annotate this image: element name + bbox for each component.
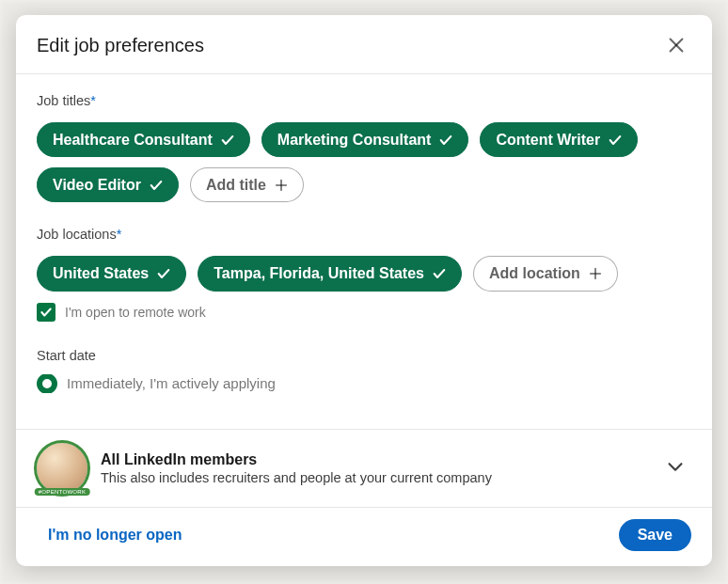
job-location-chip[interactable]: Tampa, Florida, United States	[198, 256, 462, 291]
close-button[interactable]	[661, 30, 691, 60]
visibility-subtitle: This also includes recruiters and people…	[101, 470, 646, 485]
plus-icon	[588, 266, 603, 281]
plus-icon	[274, 178, 289, 193]
remote-work-row: I'm open to remote work	[37, 303, 691, 322]
chip-label: Healthcare Consultant	[53, 131, 213, 149]
chip-label: Add title	[206, 176, 266, 194]
visibility-title: All LinkedIn members	[101, 451, 646, 468]
modal-body: Job titles* Healthcare Consultant Market…	[16, 74, 712, 429]
add-location-chip[interactable]: Add location	[473, 256, 618, 291]
no-longer-open-button[interactable]: I'm no longer open	[44, 521, 185, 549]
remote-checkbox[interactable]	[37, 303, 55, 322]
job-title-chip[interactable]: Healthcare Consultant	[37, 122, 250, 157]
modal-title: Edit job preferences	[37, 35, 204, 56]
remote-label: I'm open to remote work	[65, 305, 206, 320]
job-title-chip[interactable]: Video Editor	[37, 167, 179, 202]
check-icon	[220, 133, 235, 148]
check-icon	[40, 306, 53, 319]
job-locations-chips: United States Tampa, Florida, United Sta…	[37, 256, 691, 291]
job-title-chip[interactable]: Content Writer	[480, 122, 638, 157]
job-locations-label-text: Job locations	[37, 227, 117, 242]
avatar-open-to-work: #OPENTOWORK	[37, 443, 87, 494]
save-button[interactable]: Save	[619, 519, 691, 551]
avatar	[37, 443, 87, 494]
required-marker: *	[117, 227, 122, 242]
job-title-chip[interactable]: Marketing Consultant	[261, 122, 469, 157]
start-date-label: Start date	[37, 348, 691, 363]
chevron-down-icon[interactable]	[659, 450, 691, 486]
check-icon	[608, 133, 623, 148]
check-icon	[149, 178, 164, 193]
close-icon	[666, 35, 687, 55]
required-marker: *	[90, 93, 96, 108]
start-option-label: Immediately, I'm actively applying	[67, 375, 276, 391]
visibility-selector[interactable]: #OPENTOWORK All LinkedIn members This al…	[16, 429, 712, 507]
job-locations-label: Job locations*	[37, 227, 691, 242]
chip-label: Tampa, Florida, United States	[214, 264, 424, 282]
job-location-chip[interactable]: United States	[37, 256, 186, 291]
open-to-work-badge: #OPENTOWORK	[35, 488, 90, 496]
check-icon	[432, 266, 447, 281]
check-icon	[156, 266, 171, 281]
modal-footer: I'm no longer open Save	[16, 507, 712, 566]
chip-label: United States	[53, 264, 149, 282]
job-titles-chips: Healthcare Consultant Marketing Consulta…	[37, 122, 691, 202]
radio-selected[interactable]	[37, 374, 57, 393]
chip-label: Add location	[489, 264, 580, 282]
visibility-text: All LinkedIn members This also includes …	[101, 451, 646, 485]
job-titles-label: Job titles*	[37, 93, 691, 108]
chip-label: Content Writer	[496, 131, 600, 149]
chip-label: Marketing Consultant	[277, 131, 432, 149]
add-title-chip[interactable]: Add title	[190, 167, 304, 202]
job-titles-label-text: Job titles	[37, 93, 90, 108]
start-date-option[interactable]: Immediately, I'm actively applying	[37, 374, 691, 393]
scroll-fade	[16, 410, 712, 429]
modal-header: Edit job preferences	[16, 15, 712, 74]
edit-job-preferences-modal: Edit job preferences Job titles* Healthc…	[16, 15, 712, 566]
chip-label: Video Editor	[53, 176, 141, 194]
check-icon	[438, 133, 453, 148]
